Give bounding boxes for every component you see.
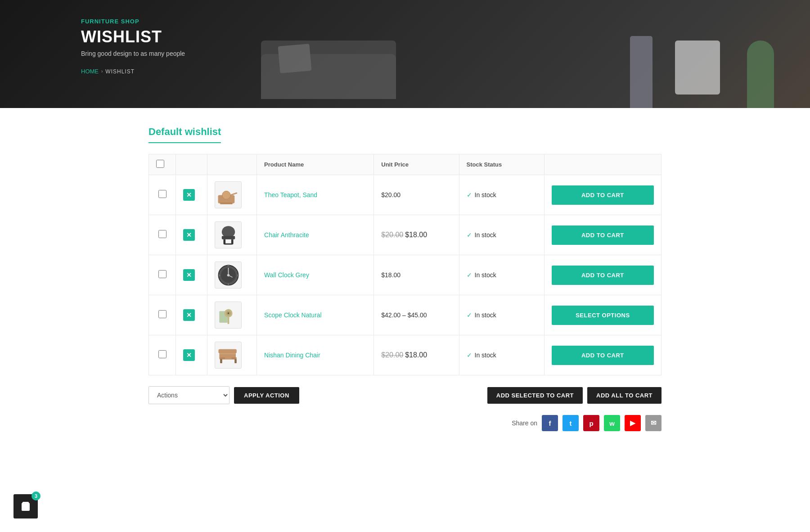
row-checkbox-4[interactable] xyxy=(158,310,166,318)
add-selected-to-cart-button[interactable]: ADD SELECTED TO CART xyxy=(487,387,583,404)
wishlist-table: Product Name Unit Price Stock Status ✕ T… xyxy=(148,154,662,375)
pinterest-icon: p xyxy=(589,419,593,427)
row-price-cell: $42.00 – $45.00 xyxy=(374,295,459,335)
row-image-cell xyxy=(207,175,257,215)
breadcrumb-home-link[interactable]: HOME xyxy=(81,68,99,75)
svg-rect-26 xyxy=(220,359,222,363)
wishlist-section-title: Default wishlist xyxy=(148,126,221,143)
actions-dropdown[interactable]: Actions Remove selected xyxy=(148,386,230,404)
header-remove-cell xyxy=(176,154,207,175)
product-link-4[interactable]: Scope Clock Natural xyxy=(264,311,322,319)
price-sale: $18.00 xyxy=(405,231,427,239)
svg-rect-29 xyxy=(218,349,236,353)
stock-checkmark-1: ✓ xyxy=(467,191,472,198)
product-image-1 xyxy=(215,181,242,208)
remove-item-button-1[interactable]: ✕ xyxy=(183,189,195,201)
row-name-cell: Scope Clock Natural xyxy=(257,295,374,335)
svg-point-1 xyxy=(222,191,230,199)
facebook-icon: f xyxy=(549,419,551,427)
product-link-5[interactable]: Nishan Dining Chair xyxy=(264,352,320,359)
row-action-cell: ADD TO CART xyxy=(544,255,661,295)
table-row: ✕ Chair Anthracite $20.00$18.00 ✓ In sto… xyxy=(149,215,662,255)
stock-status-5: In stock xyxy=(475,352,496,359)
row-checkbox-cell xyxy=(149,215,176,255)
breadcrumb-separator: › xyxy=(101,69,103,74)
plant-shape xyxy=(747,41,774,108)
remove-item-button-5[interactable]: ✕ xyxy=(183,349,195,361)
twitter-share-button[interactable]: t xyxy=(562,415,579,431)
add-to-cart-button-2[interactable]: ADD TO CART xyxy=(552,225,654,245)
row-name-cell: Theo Teapot, Sand xyxy=(257,175,374,215)
add-to-cart-button-5[interactable]: ADD TO CART xyxy=(552,346,654,365)
row-name-cell: Nishan Dining Chair xyxy=(257,335,374,375)
breadcrumb: HOME › WISHLIST xyxy=(81,68,185,75)
svg-rect-25 xyxy=(231,357,236,359)
row-price-cell: $20.00$18.00 xyxy=(374,335,459,375)
table-header-row: Product Name Unit Price Stock Status xyxy=(149,154,662,175)
row-remove-cell: ✕ xyxy=(176,215,207,255)
row-price-cell: $18.00 xyxy=(374,255,459,295)
header-image-cell xyxy=(207,154,257,175)
whatsapp-share-button[interactable]: w xyxy=(604,415,620,431)
svg-rect-3 xyxy=(220,203,233,204)
pinterest-share-button[interactable]: p xyxy=(583,415,599,431)
price-display: $42.00 – $45.00 xyxy=(381,311,427,319)
header-stock-status: Stock Status xyxy=(459,154,544,175)
stock-checkmark-5: ✓ xyxy=(467,352,472,359)
add-to-cart-button-1[interactable]: ADD TO CART xyxy=(552,185,654,205)
price-sale: $18.00 xyxy=(405,351,427,359)
add-to-cart-button-4[interactable]: SELECT OPTIONS xyxy=(552,306,654,325)
svg-text:12: 12 xyxy=(227,264,230,266)
row-checkbox-cell xyxy=(149,255,176,295)
row-checkbox-1[interactable] xyxy=(158,190,166,198)
select-all-checkbox[interactable] xyxy=(156,160,164,168)
youtube-share-button[interactable]: ▶ xyxy=(625,415,641,431)
price-original: $20.00 xyxy=(381,231,403,239)
hero-section: FURNITURE SHOP WISHLIST Bring good desig… xyxy=(0,0,810,108)
product-link-2[interactable]: Chair Anthracite xyxy=(264,231,309,239)
hero-subtitle: Bring good design to as many people xyxy=(81,50,185,57)
bottom-right-actions: ADD SELECTED TO CART ADD ALL TO CART xyxy=(487,387,662,404)
svg-rect-5 xyxy=(221,236,234,239)
stock-status-3: In stock xyxy=(475,271,496,279)
product-image-3: 12 3 6 9 xyxy=(215,261,242,289)
page-hero-title: WISHLIST xyxy=(81,27,185,46)
product-link-1[interactable]: Theo Teapot, Sand xyxy=(264,191,317,198)
row-checkbox-5[interactable] xyxy=(158,350,166,358)
header-product-name: Product Name xyxy=(257,154,374,175)
add-all-to-cart-button[interactable]: ADD ALL TO CART xyxy=(587,387,662,404)
table-row: ✕ Scope Clock Natural $42.00 – $45.00 ✓ … xyxy=(149,295,662,335)
row-name-cell: Chair Anthracite xyxy=(257,215,374,255)
row-stock-cell: ✓ In stock xyxy=(459,335,544,375)
row-remove-cell: ✕ xyxy=(176,295,207,335)
remove-item-button-4[interactable]: ✕ xyxy=(183,309,195,321)
add-to-cart-button-3[interactable]: ADD TO CART xyxy=(552,266,654,285)
stock-status-1: In stock xyxy=(475,191,496,198)
row-checkbox-cell xyxy=(149,175,176,215)
price-display: $20.00 xyxy=(381,191,400,198)
remove-item-button-2[interactable]: ✕ xyxy=(183,229,195,241)
row-checkbox-2[interactable] xyxy=(158,230,166,238)
header-unit-price: Unit Price xyxy=(374,154,459,175)
row-name-cell: Wall Clock Grey xyxy=(257,255,374,295)
table-row: ✕ Theo Teapot, Sand $20.00 ✓ In stock AD… xyxy=(149,175,662,215)
price-original: $20.00 xyxy=(381,351,403,359)
svg-rect-27 xyxy=(234,359,237,363)
apply-action-button[interactable]: APPLY ACTION xyxy=(234,387,299,404)
product-image-4 xyxy=(215,302,242,329)
hero-content: FURNITURE SHOP WISHLIST Bring good desig… xyxy=(81,18,185,75)
stock-checkmark-2: ✓ xyxy=(467,231,472,239)
remove-item-button-3[interactable]: ✕ xyxy=(183,269,195,281)
breadcrumb-current: WISHLIST xyxy=(105,68,135,75)
svg-rect-8 xyxy=(224,243,232,244)
chair-decoration-shape xyxy=(675,41,720,95)
email-share-button[interactable]: ✉ xyxy=(645,415,662,431)
row-action-cell: SELECT OPTIONS xyxy=(544,295,661,335)
row-remove-cell: ✕ xyxy=(176,335,207,375)
svg-rect-24 xyxy=(220,357,225,359)
row-checkbox-3[interactable] xyxy=(158,270,166,278)
row-action-cell: ADD TO CART xyxy=(544,335,661,375)
product-link-3[interactable]: Wall Clock Grey xyxy=(264,271,309,279)
youtube-icon: ▶ xyxy=(630,419,635,427)
facebook-share-button[interactable]: f xyxy=(542,415,558,431)
